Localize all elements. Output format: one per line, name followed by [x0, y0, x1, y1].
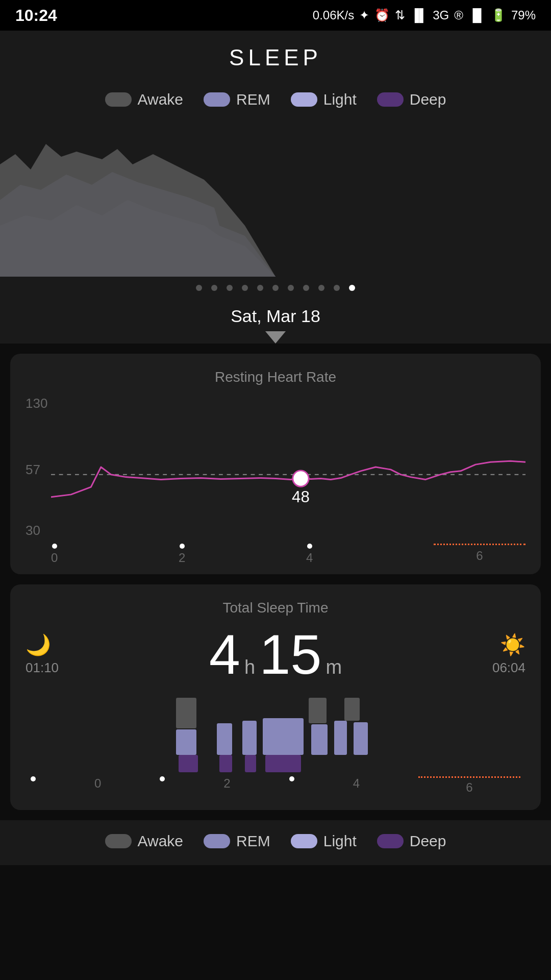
- sleep-hours: 4: [209, 626, 240, 682]
- dot-9: [318, 285, 324, 291]
- bottom-legend-awake: Awake: [105, 832, 184, 850]
- bottom-legend-rem-label: REM: [236, 832, 270, 850]
- bottom-legend: Awake REM Light Deep: [0, 820, 551, 865]
- signal-icon-2: ▐▌: [468, 8, 486, 22]
- bottom-legend-deep-pill: [377, 834, 404, 848]
- svg-rect-14: [263, 718, 304, 755]
- battery-icon: 🔋: [491, 8, 506, 22]
- bottom-legend-light: Light: [291, 832, 357, 850]
- hr-chart-container: 130 57 30 48 0 2 4: [26, 396, 525, 559]
- legend-light-label: Light: [323, 91, 357, 108]
- dot-6: [272, 285, 279, 291]
- dot-7: [288, 285, 294, 291]
- dot-8: [303, 285, 309, 291]
- svg-rect-18: [179, 755, 198, 772]
- stages-x-axis: 0 2 4 6: [26, 776, 525, 795]
- date-arrow: [0, 331, 551, 344]
- hr-x-4: 4: [306, 544, 313, 565]
- sleep-stages-chart: 0 2 4 6: [26, 693, 525, 795]
- svg-marker-3: [0, 144, 551, 277]
- bottom-legend-light-label: Light: [323, 832, 357, 850]
- sleep-end-section: ☀️ 06:04: [492, 633, 525, 676]
- date-label-section: Sat, Mar 18: [0, 301, 551, 344]
- svg-rect-19: [219, 755, 232, 772]
- bottom-legend-deep-label: Deep: [410, 832, 446, 850]
- sleep-end-time: 06:04: [492, 660, 525, 676]
- stages-x-6: 6: [418, 776, 520, 795]
- svg-rect-10: [344, 698, 360, 721]
- battery-level: 79%: [511, 8, 536, 22]
- heart-rate-title: Resting Heart Rate: [26, 369, 525, 385]
- dot-4: [242, 285, 248, 291]
- legend-rem-pill: [204, 92, 230, 107]
- hr-svg: 48: [51, 396, 525, 538]
- svg-rect-20: [245, 755, 256, 772]
- bottom-legend-awake-pill: [105, 834, 132, 848]
- stages-x-0: 0: [94, 776, 101, 795]
- dot-11-active: [349, 285, 355, 291]
- svg-rect-17: [354, 722, 368, 755]
- network-speed: 0.06K/s: [313, 8, 354, 22]
- legend-deep-label: Deep: [410, 91, 446, 108]
- sleep-area-chart: [0, 124, 551, 277]
- app-header: SLEEP: [0, 31, 551, 81]
- signal-icon: ▐▌: [410, 8, 428, 22]
- bottom-legend-rem-pill: [204, 834, 230, 848]
- stages-x-4-dot: [289, 776, 294, 795]
- top-legend: Awake REM Light Deep: [0, 81, 551, 124]
- pagination-dots: [0, 277, 551, 301]
- dot-3: [227, 285, 233, 291]
- svg-point-6: [293, 471, 309, 486]
- dot-1: [196, 285, 202, 291]
- stages-x-2-dot: [160, 776, 165, 795]
- registered-icon: ®: [454, 8, 463, 22]
- moon-icon: 🌙: [26, 633, 59, 657]
- sleep-minutes: 15: [259, 626, 321, 682]
- sleep-chart-svg: [0, 124, 551, 277]
- dot-10: [334, 285, 340, 291]
- hr-x-0: 0: [51, 544, 58, 565]
- svg-rect-11: [176, 729, 196, 755]
- hr-x-axis: 0 2 4 6: [51, 541, 525, 565]
- svg-rect-13: [242, 721, 257, 755]
- bluetooth-icon: ✦: [359, 8, 369, 22]
- legend-light-pill: [291, 92, 317, 107]
- legend-deep: Deep: [377, 91, 446, 108]
- date-label: Sat, Mar 18: [0, 306, 551, 326]
- bottom-legend-rem: REM: [204, 832, 270, 850]
- hr-y-130: 130: [26, 396, 47, 411]
- heart-rate-card: Resting Heart Rate 130 57 30 48 0 2: [10, 354, 541, 574]
- svg-text:48: 48: [292, 488, 310, 506]
- legend-awake: Awake: [105, 91, 184, 108]
- svg-rect-21: [265, 755, 301, 772]
- sync-icon: ⇅: [395, 8, 405, 22]
- stages-x-2: 2: [223, 776, 230, 795]
- dot-5: [257, 285, 263, 291]
- sleep-duration-section: 4 h 15 m: [209, 626, 342, 682]
- legend-deep-pill: [377, 92, 404, 107]
- stages-svg: [26, 693, 525, 774]
- sleep-time-row: 🌙 01:10 4 h 15 m ☀️ 06:04: [26, 626, 525, 682]
- legend-awake-pill: [105, 92, 132, 107]
- app-title: SLEEP: [0, 45, 551, 70]
- svg-rect-8: [176, 698, 196, 728]
- bottom-legend-awake-label: Awake: [138, 832, 184, 850]
- hr-y-30: 30: [26, 523, 40, 538]
- sleep-hours-label: h: [244, 656, 255, 678]
- sleep-start-section: 🌙 01:10: [26, 633, 59, 676]
- dot-2: [211, 285, 217, 291]
- svg-rect-9: [309, 698, 327, 723]
- sleep-duration-display: 4 h 15 m: [209, 626, 342, 682]
- bottom-legend-deep: Deep: [377, 832, 446, 850]
- svg-marker-4: [265, 331, 286, 344]
- network-type: 3G: [433, 8, 449, 22]
- svg-rect-15: [311, 724, 328, 755]
- sleep-start-time: 01:10: [26, 660, 59, 676]
- svg-rect-16: [334, 721, 347, 755]
- hr-x-6: 6: [434, 544, 525, 565]
- hr-x-2: 2: [179, 544, 185, 565]
- legend-rem-label: REM: [236, 91, 270, 108]
- legend-awake-label: Awake: [138, 91, 184, 108]
- svg-rect-12: [217, 723, 232, 755]
- sun-icon: ☀️: [492, 633, 525, 657]
